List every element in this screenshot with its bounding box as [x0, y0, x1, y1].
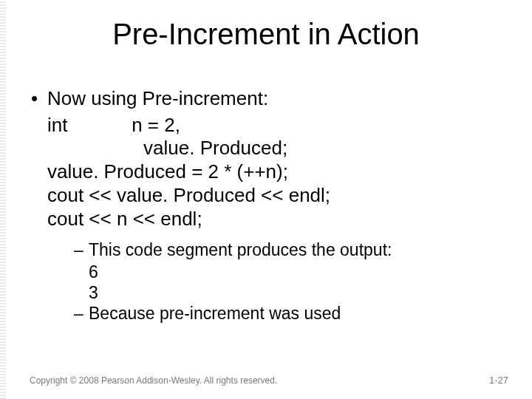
code-block: int n = 2, value. Produced; value. Produ… [31, 114, 501, 231]
code-line-1-rest: n = 2, [132, 114, 180, 136]
code-line-5: cout << n << endl; [47, 208, 202, 230]
slide-body: Now using Pre-increment: int n = 2, valu… [31, 87, 501, 326]
code-line-3: value. Produced = 2 * (++n); [47, 160, 288, 183]
slide-title: Pre-Increment in Action [0, 18, 532, 51]
sub-bullet-output-intro: This code segment produces the output: [74, 239, 501, 260]
page-number: 1-27 [489, 375, 508, 386]
output-line-1: 6 [74, 262, 501, 282]
output-line-2: 3 [74, 282, 501, 303]
bullet-main: Now using Pre-increment: [31, 87, 501, 111]
slide: Pre-Increment in Action Now using Pre-in… [0, 0, 532, 399]
code-line-4: cout << value. Produced << endl; [47, 184, 330, 206]
sub-bullet-reason: Because pre-increment was used [74, 303, 501, 324]
sub-list: This code segment produces the output: 6… [31, 239, 501, 324]
binding-edge-decor [0, 0, 6, 399]
code-line-2: value. Produced; [143, 137, 287, 159]
code-line-1-keyword: int [47, 114, 67, 136]
copyright-footer: Copyright © 2008 Pearson Addison-Wesley.… [30, 375, 277, 386]
